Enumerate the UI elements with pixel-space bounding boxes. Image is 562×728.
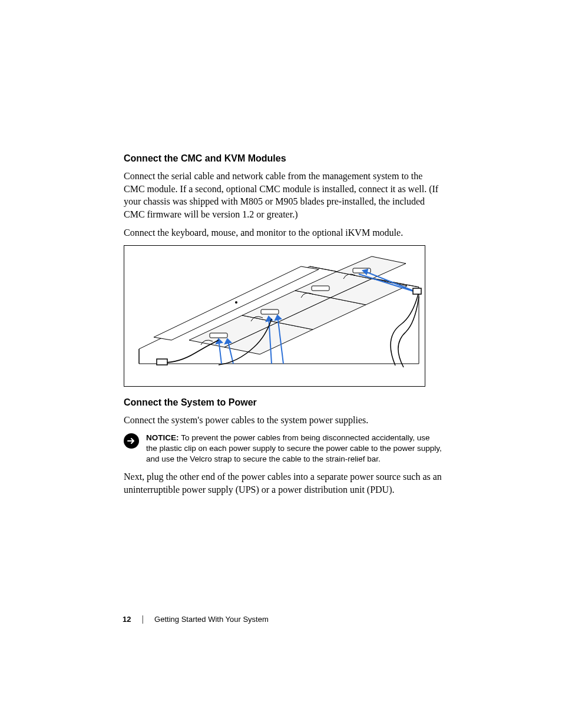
svg-rect-11 [210,333,227,338]
svg-point-28 [235,301,237,304]
para-power-connect: Connect the system's power cables to the… [124,414,442,427]
page-footer: 12 | Getting Started With Your System [123,614,269,624]
heading-cmc-kvm: Connect the CMC and KVM Modules [124,153,442,164]
page-content: Connect the CMC and KVM Modules Connect … [124,153,442,502]
svg-rect-27 [157,359,167,365]
svg-rect-12 [261,309,279,314]
para-cmc-connect: Connect the serial cable and network cab… [124,170,442,220]
heading-power: Connect the System to Power [124,397,442,408]
notice-arrow-icon [124,433,139,449]
footer-divider: | [141,614,144,624]
svg-rect-26 [413,288,421,294]
notice-body: To prevent the power cables from being d… [146,433,442,463]
notice-text: NOTICE: To prevent the power cables from… [146,433,442,465]
notice-label: NOTICE: [146,433,181,442]
footer-chapter: Getting Started With Your System [154,615,269,624]
svg-rect-13 [312,286,329,291]
para-ikvm-connect: Connect the keyboard, mouse, and monitor… [124,226,442,239]
para-power-source: Next, plug the other end of the power ca… [124,470,442,496]
notice-block: NOTICE: To prevent the power cables from… [124,433,442,465]
figure-chassis-rear [124,245,425,387]
page-number: 12 [123,615,131,624]
